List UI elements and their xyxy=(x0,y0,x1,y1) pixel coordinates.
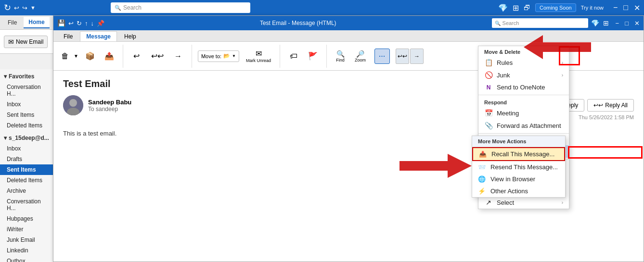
sidebar-item-inbox-fav[interactable]: Inbox xyxy=(0,99,53,110)
submenu-item-other-actions[interactable]: ⚡ Other Actions xyxy=(472,185,565,197)
sep-2 xyxy=(478,133,569,134)
new-email-icon: ✉ xyxy=(8,38,14,46)
msg-redo-icon[interactable]: ↻ xyxy=(77,20,82,27)
sidebar-item-drafts[interactable]: Drafts xyxy=(0,154,53,164)
down-btn[interactable]: ▼ xyxy=(30,5,36,11)
undo-btn[interactable]: ↩ xyxy=(14,4,19,12)
msg-save-icon[interactable]: 💾 xyxy=(57,19,65,27)
submenu-item-recall[interactable]: 📤 Recall This Message... xyxy=(472,147,565,161)
sidebar-item-archive[interactable]: Archive xyxy=(0,186,53,196)
find-btn[interactable]: 🔍 Find xyxy=(333,49,348,63)
archive-btn[interactable]: 📦 xyxy=(82,50,98,62)
delete-icon: 🗑 xyxy=(61,52,69,61)
msg-undo-icon[interactable]: ↩ xyxy=(68,20,74,27)
move-to-combo[interactable]: Move to: 📂 ▼ xyxy=(198,50,239,62)
delete-btn[interactable]: 🗑 xyxy=(57,51,73,62)
move-btn[interactable]: 📤 xyxy=(102,50,117,62)
tab-help[interactable]: Help xyxy=(118,31,142,41)
reply-btn-ribbon[interactable]: ↩ xyxy=(129,50,144,62)
msg-title: Test Email - Message (HTML) xyxy=(107,20,489,26)
envelope-icon: ✉ xyxy=(256,49,262,58)
tab-message[interactable]: Message xyxy=(80,31,117,41)
reply-all-icon: ↩↩ xyxy=(151,51,164,61)
mark-unread-label: Mark Unread xyxy=(246,58,271,63)
reply-all-btn-ribbon[interactable]: ↩↩ xyxy=(148,50,167,62)
titlebar-right: 💎 ⊞ 🗗 Coming Soon Try it now − □ ✕ xyxy=(498,3,640,12)
tag-icon: 🏷 xyxy=(290,52,297,61)
msg-close[interactable]: ✕ xyxy=(634,20,640,27)
tag-btn[interactable]: 🏷 xyxy=(286,51,301,62)
delete-arrow[interactable]: ▼ xyxy=(74,53,78,59)
titlebar-search-box[interactable]: 🔍 Search xyxy=(111,2,250,13)
tab-file[interactable]: File xyxy=(57,31,79,41)
sidebar-item-outbox[interactable]: Outbox xyxy=(0,256,53,262)
browser-icon: 🌐 xyxy=(478,175,487,183)
more-dots-icon: ··· xyxy=(379,52,386,60)
sidebar-item-inbox[interactable]: Inbox xyxy=(0,143,53,154)
submenu-item-view-browser[interactable]: 🌐 View in Browser xyxy=(472,173,565,185)
mark-unread-btn[interactable]: ✉ Mark Unread xyxy=(243,48,274,64)
select-icon: ↗ xyxy=(484,199,493,206)
msg-down-icon[interactable]: ↓ xyxy=(91,20,94,27)
diamond-icon: 💎 xyxy=(498,3,508,12)
sidebar: ▾ Favorites Conversation H... Inbox Sent… xyxy=(0,69,54,262)
account-label: s_15deep@d... xyxy=(9,135,49,141)
sidebar-item-deleted[interactable]: Deleted Items xyxy=(0,175,53,186)
dropdown-item-rules[interactable]: 📋 Rules › xyxy=(478,56,569,69)
outer-tab-home[interactable]: Home xyxy=(24,17,49,28)
sidebar-item-deleted-fav[interactable]: Deleted Items xyxy=(0,120,53,131)
dropdown-item-select[interactable]: ↗ Select › xyxy=(478,196,569,209)
dropdown-item-meeting[interactable]: 📅 Meeting xyxy=(478,107,569,119)
onenote-label: Send to OneNote xyxy=(497,84,545,91)
sidebar-item-junk[interactable]: Junk Email xyxy=(0,235,53,245)
more-button[interactable]: ··· xyxy=(374,49,390,64)
actions-submenu: More Move Actions 📤 Recall This Message.… xyxy=(472,136,566,198)
sidebar-item-sent-fav[interactable]: Sent Items xyxy=(0,110,53,120)
win-minimize[interactable]: − xyxy=(613,3,618,12)
msg-up-icon[interactable]: ↑ xyxy=(85,20,88,27)
dropdown-item-onenote[interactable]: N Send to OneNote xyxy=(478,81,569,93)
sidebar-item-iwriter[interactable]: iWriter xyxy=(0,224,53,235)
msg-restore[interactable]: □ xyxy=(625,20,629,27)
sidebar-item-conv-h2[interactable]: Conversation H... xyxy=(0,196,53,213)
sidebar-item-sent[interactable]: Sent Items xyxy=(0,164,53,175)
rules-label: Rules xyxy=(497,59,513,66)
win-restore[interactable]: □ xyxy=(623,3,628,12)
dropdown-item-forward-attachment[interactable]: 📎 Forward as Attachment xyxy=(478,119,569,132)
outer-titlebar: ↻ ↩ ↪ ▼ 🔍 Search 💎 ⊞ 🗗 Coming Soon Try i… xyxy=(0,0,644,15)
zoom-btn[interactable]: 🔎 Zoom xyxy=(352,49,369,63)
sender-info: Sandeep Babu To sandeep xyxy=(88,99,131,112)
new-email-button[interactable]: ✉ New Email xyxy=(4,36,48,48)
msg-titlebar: 💾 ↩ ↻ ↑ ↓ 📌 Test Email - Message (HTML) … xyxy=(53,16,644,30)
forward-extra-icon: → xyxy=(414,53,420,60)
dropdown-item-junk[interactable]: 🚫 Junk › xyxy=(478,69,569,81)
onenote-icon: N xyxy=(484,84,493,91)
favorites-label: Favorites xyxy=(9,73,34,80)
msg-minimize[interactable]: − xyxy=(616,20,619,27)
msg-pin-icon[interactable]: 📌 xyxy=(97,20,104,27)
junk-label: Junk xyxy=(497,72,510,79)
archive-icon: 📦 xyxy=(85,51,95,61)
try-it-now-btn[interactable]: Try it now xyxy=(581,5,604,11)
redo-btn[interactable]: ↪ xyxy=(22,4,27,12)
submenu-item-resend[interactable]: 📨 Resend This Message... xyxy=(472,161,565,173)
flag-btn[interactable]: 🚩 xyxy=(305,50,321,62)
sidebar-item-linkedin[interactable]: Linkedin xyxy=(0,245,53,256)
titlebar-search-text: Search xyxy=(123,4,142,11)
coming-soon-btn[interactable]: Coming Soon xyxy=(535,3,576,12)
forward-btn-ribbon[interactable]: → xyxy=(170,51,186,62)
forward-extra-btn[interactable]: → xyxy=(410,49,424,64)
find-label: Find xyxy=(336,58,345,62)
dropdown-section-respond: Respond xyxy=(478,97,569,107)
favorites-section[interactable]: ▾ Favorites xyxy=(0,69,53,82)
win-close[interactable]: ✕ xyxy=(634,3,640,12)
zoom-label: Zoom xyxy=(355,58,366,62)
account-section[interactable]: ▾ s_15deep@d... xyxy=(0,131,53,143)
extra-btn-1[interactable]: ↩↩ xyxy=(396,49,409,64)
sidebar-item-conv-h[interactable]: Conversation H... xyxy=(0,82,53,99)
reply-all-button[interactable]: ↩↩ Reply All xyxy=(587,99,634,112)
outer-tab-file[interactable]: File xyxy=(3,17,22,28)
sidebar-item-hubpages[interactable]: Hubpages xyxy=(0,213,53,224)
move-to-icon: 📂 xyxy=(223,53,230,59)
msg-search-box[interactable]: 🔍 Search xyxy=(492,18,588,28)
